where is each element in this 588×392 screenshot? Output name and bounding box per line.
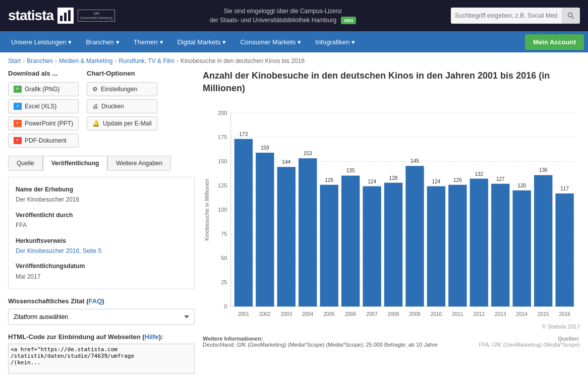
chevron-down-icon: ▾ xyxy=(68,38,72,46)
logo-icon xyxy=(57,8,74,24)
tab-veroeffentlichung[interactable]: Veröffentlichung xyxy=(43,156,108,171)
nav-item-digital-markets[interactable]: Digital Markets ▾ xyxy=(170,31,233,52)
svg-text:126: 126 xyxy=(325,177,333,183)
download-png-label: Grafik (PNG) xyxy=(25,86,60,93)
svg-text:100: 100 xyxy=(218,207,227,213)
tab-weitere[interactable]: Weitere Angaben xyxy=(107,156,171,171)
svg-text:2015: 2015 xyxy=(538,311,549,317)
nav-item-leistungen[interactable]: Unsere Leistungen ▾ xyxy=(4,31,79,52)
nav-item-consumer-markets[interactable]: Consumer Markets ▾ xyxy=(233,31,308,52)
svg-text:75: 75 xyxy=(221,231,227,237)
search-input[interactable] xyxy=(451,8,562,24)
drucken-button[interactable]: 🖨 Drucken xyxy=(87,99,157,113)
footer-right: Quellen: FFA; GfK (GeoMarketing) (Media*… xyxy=(479,336,580,348)
uni-logo: UH Universität Hamburg xyxy=(78,10,115,22)
chart-container: 200 175 150 125 100 75 50 25 xyxy=(203,103,580,323)
zitat-select[interactable]: Zitatform auswählen xyxy=(8,309,195,325)
neu-badge: neu xyxy=(341,17,356,24)
svg-text:Kinobesuche in Millionen: Kinobesuche in Millionen xyxy=(204,179,210,241)
svg-text:2011: 2011 xyxy=(452,311,463,317)
left-panel: Download als ... P Grafik (PNG) X Excel … xyxy=(8,70,195,375)
bar-2007 xyxy=(363,186,381,307)
zitat-section: Wissenschaftliches Zitat (FAQ) Zitatform… xyxy=(8,297,195,325)
nav-item-branchen[interactable]: Branchen ▾ xyxy=(79,31,127,52)
svg-rect-1 xyxy=(60,16,63,21)
bar-2003 xyxy=(277,167,296,307)
info-source-link[interactable]: Der Kinobesucher 2016, Seite 5 xyxy=(16,247,101,254)
svg-text:2002: 2002 xyxy=(259,311,271,317)
main-content: Download als ... P Grafik (PNG) X Excel … xyxy=(0,70,588,383)
bar-2006 xyxy=(341,176,360,307)
sources-value: FFA; GfK (GeoMarketing) (Media*Scope) xyxy=(479,342,580,348)
download-png-button[interactable]: P Grafik (PNG) xyxy=(8,82,79,96)
breadcrumb-start[interactable]: Start xyxy=(8,57,21,64)
bar-2009 xyxy=(405,166,424,307)
png-icon: P xyxy=(14,86,22,93)
footer-left: Weitere Informationen: Deutschland; GfK … xyxy=(203,336,479,348)
svg-text:145: 145 xyxy=(410,159,419,164)
svg-text:120: 120 xyxy=(517,183,526,188)
download-pdf-label: PDF-Dokument xyxy=(25,137,67,144)
breadcrumb-rundfunk[interactable]: Rundfunk, TV & Film xyxy=(119,57,174,64)
update-email-label: Update per E-Mail xyxy=(103,120,152,127)
html-title: HTML-Code zur Einbindung auf Webseiten (… xyxy=(8,333,195,341)
sources-label: Quellen: xyxy=(558,336,580,342)
einstellungen-label: Einstellungen xyxy=(101,86,137,93)
svg-text:25: 25 xyxy=(221,279,227,285)
download-pdf-button[interactable]: P PDF-Dokument xyxy=(8,134,79,148)
info-name: Name der Erhebung Der Kinobesucher 2016 xyxy=(16,184,187,205)
svg-text:2003: 2003 xyxy=(281,311,292,317)
bar-2010 xyxy=(427,186,445,307)
svg-text:2016: 2016 xyxy=(559,311,570,317)
svg-text:2010: 2010 xyxy=(431,311,442,317)
zitat-label: Wissenschaftliches Zitat xyxy=(8,297,85,305)
svg-text:2012: 2012 xyxy=(474,311,485,317)
download-button-list: P Grafik (PNG) X Excel (XLS) P PowerPoin… xyxy=(8,82,79,148)
bar-2001 xyxy=(234,139,253,307)
pdf-icon: P xyxy=(14,137,22,144)
info-date: Veröffentlichungsdatum Mai 2017 xyxy=(16,261,187,282)
info-date-label: Veröffentlichungsdatum xyxy=(16,261,187,271)
search-button[interactable] xyxy=(562,8,580,24)
nav-item-themen[interactable]: Themen ▾ xyxy=(127,31,170,52)
ppt-icon: P xyxy=(14,120,22,127)
download-ppt-button[interactable]: P PowerPoint (PPT) xyxy=(8,116,79,130)
svg-text:2001: 2001 xyxy=(238,311,250,317)
download-options: Download als ... P Grafik (PNG) X Excel … xyxy=(8,70,195,148)
breadcrumb-sep: › xyxy=(114,57,116,64)
chart-options-section: Chart-Optionen ⚙ Einstellungen 🖨 Drucken… xyxy=(87,70,157,148)
statista-copyright: © Statista 2017 xyxy=(203,323,580,330)
svg-rect-2 xyxy=(64,13,67,21)
hilfe-link[interactable]: Hilfe xyxy=(145,333,159,341)
nav-bar: Unsere Leistungen ▾ Branchen ▾ Themen ▾ … xyxy=(0,31,588,52)
svg-rect-3 xyxy=(68,10,71,21)
svg-text:2006: 2006 xyxy=(345,311,357,317)
info-date-value: Mai 2017 xyxy=(16,272,187,282)
faq-link[interactable]: FAQ xyxy=(89,297,102,305)
einstellungen-button[interactable]: ⚙ Einstellungen xyxy=(87,82,157,96)
xls-icon: X xyxy=(14,103,22,110)
svg-text:125: 125 xyxy=(218,182,227,188)
html-code-textarea[interactable]: <a href="https://de.statista.com /statis… xyxy=(8,344,195,374)
info-source-label: Herkunftsverweis xyxy=(16,236,187,246)
nav-item-infografiken[interactable]: Infografiken ▾ xyxy=(308,31,362,52)
download-section: Download als ... P Grafik (PNG) X Excel … xyxy=(8,70,79,148)
bell-icon: 🔔 xyxy=(92,120,100,127)
tab-quelle[interactable]: Quelle xyxy=(8,156,43,171)
info-box: Name der Erhebung Der Kinobesucher 2016 … xyxy=(8,177,195,289)
update-email-button[interactable]: 🔔 Update per E-Mail xyxy=(87,116,157,130)
breadcrumb-current: Kinobesuche in den deutschen Kinos bis 2… xyxy=(181,57,305,64)
svg-text:126: 126 xyxy=(453,177,462,183)
svg-text:159: 159 xyxy=(261,145,269,151)
breadcrumb-sep: › xyxy=(177,57,179,64)
svg-text:153: 153 xyxy=(304,151,312,156)
logo-area: statista UH Universität Hamburg xyxy=(8,8,115,24)
svg-text:0: 0 xyxy=(224,304,227,310)
download-xls-button[interactable]: X Excel (XLS) xyxy=(8,99,79,113)
breadcrumb-branchen[interactable]: Branchen xyxy=(27,57,52,64)
svg-text:50: 50 xyxy=(221,255,227,262)
svg-text:135: 135 xyxy=(346,168,355,174)
breadcrumb-medien[interactable]: Medien & Marketing xyxy=(59,57,113,64)
mein-account-button[interactable]: Mein Account xyxy=(525,34,584,50)
svg-text:175: 175 xyxy=(218,134,227,140)
